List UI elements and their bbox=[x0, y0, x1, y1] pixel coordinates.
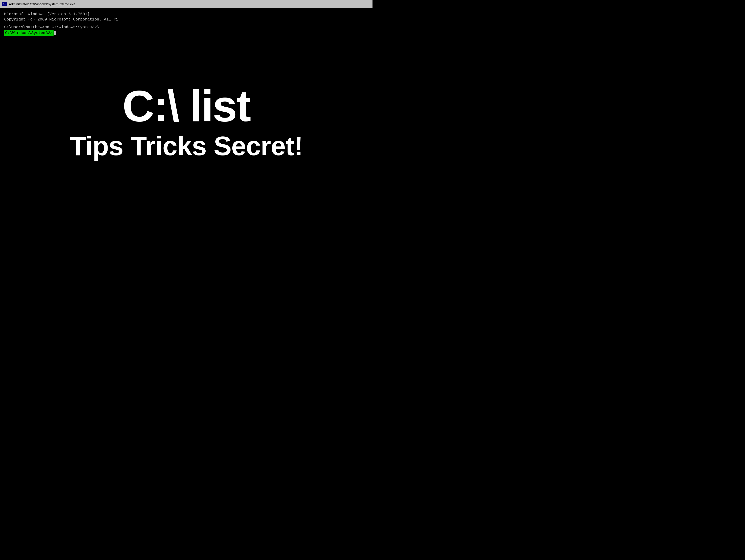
title-bar: Administrator: C:\Windows\system32\cmd.e… bbox=[0, 0, 372, 8]
terminal-line-3: C:\Users\Matthew>cd C:\Windows\System32\ bbox=[4, 25, 368, 30]
terminal-line-1: Microsoft Windows [Version 6.1.7601] bbox=[4, 12, 368, 17]
cmd-window: Administrator: C:\Windows\system32\cmd.e… bbox=[0, 0, 372, 280]
terminal-section[interactable]: Microsoft Windows [Version 6.1.7601] Cop… bbox=[0, 8, 372, 39]
overlay-title: C:\ list bbox=[123, 84, 250, 128]
prompt-text: C:\Windows\System32> bbox=[5, 31, 53, 35]
terminal-prompt-line: C:\Windows\System32> bbox=[4, 30, 368, 36]
prompt-highlight: C:\Windows\System32> bbox=[4, 30, 54, 36]
terminal-spacer bbox=[4, 22, 368, 25]
titlebar-icon-area bbox=[2, 2, 7, 7]
overlay-content: C:\ list Tips Tricks Secret! bbox=[0, 84, 372, 159]
terminal-output: Microsoft Windows [Version 6.1.7601] Cop… bbox=[2, 10, 370, 38]
cursor bbox=[54, 31, 56, 35]
cmd-icon bbox=[2, 2, 7, 6]
overlay-subtitle: Tips Tricks Secret! bbox=[70, 133, 303, 159]
window-title: Administrator: C:\Windows\system32\cmd.e… bbox=[9, 2, 75, 6]
terminal-line-2: Copyright (c) 2009 Microsoft Corporation… bbox=[4, 17, 368, 22]
